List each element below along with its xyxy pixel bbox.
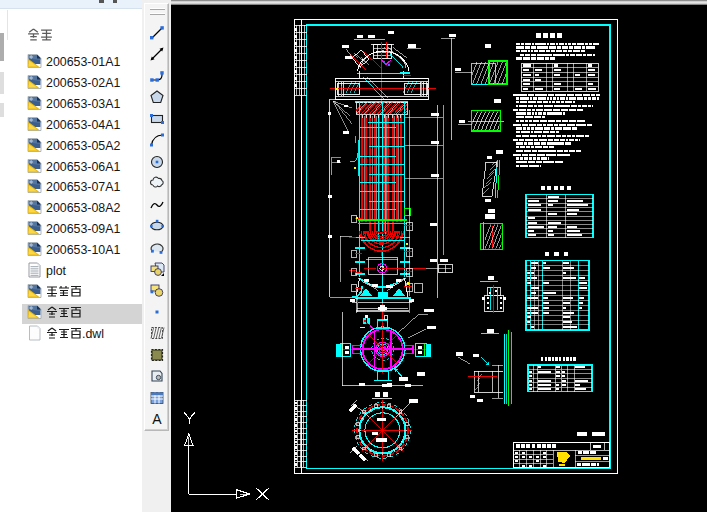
svg-text:A: A — [152, 411, 162, 427]
